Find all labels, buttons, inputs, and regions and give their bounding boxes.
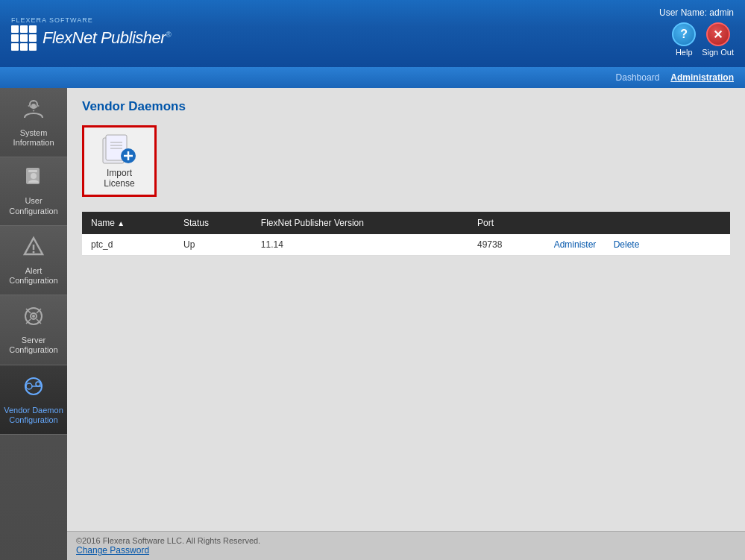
vendor-daemon-configuration-icon [22,374,45,403]
svg-point-15 [36,382,40,386]
content-area: Vendor Daemons [67,88,745,560]
sidebar-item-vendor-daemon-configuration[interactable]: Vendor DaemonConfiguration [0,365,67,435]
logo-main: FlexNet Publisher® [11,25,171,51]
table-header-row: Name ▲ Status FlexNet Publisher Version … [82,212,730,234]
sign-out-button[interactable]: ✕ Sign Out [702,22,734,57]
server-configuration-icon [22,304,45,333]
cell-status: Up [175,234,252,256]
sidebar-item-user-configuration[interactable]: UserConfiguration [0,157,67,225]
dashboard-nav-link[interactable]: Dashboard [616,72,660,83]
copyright-text: ©2016 Flexera Software LLC. All Rights R… [76,536,736,545]
header: FLEXERA SOFTWARE FlexNet Publisher® User… [0,0,745,67]
user-info: User Name: admin [659,7,734,18]
col-version-label: FlexNet Publisher Version [261,218,364,228]
import-license-icon [100,133,139,165]
change-password-link[interactable]: Change Password [76,545,149,556]
cell-actions: Administer Delete [545,234,730,256]
nav-bar: Dashboard Administration [0,67,745,88]
sidebar-item-user-configuration-label: UserConfiguration [9,196,57,215]
sidebar-item-server-configuration-label: ServerConfiguration [9,336,57,355]
svg-point-2 [31,104,36,108]
page-title: Vendor Daemons [82,99,730,114]
import-license-label: Import License [90,168,148,189]
col-port-label: Port [477,218,494,228]
user-configuration-icon [22,166,45,193]
administration-nav-link[interactable]: Administration [670,72,734,83]
svg-rect-4 [28,170,37,172]
logo-area: FLEXERA SOFTWARE FlexNet Publisher® [11,16,171,51]
system-information-icon [22,97,45,125]
svg-point-11 [32,315,35,318]
svg-point-8 [33,251,35,253]
main-layout: SystemInformation UserConfiguration [0,88,745,560]
svg-point-5 [31,173,37,179]
footer: ©2016 Flexera Software LLC. All Rights R… [67,531,745,560]
cell-version[interactable]: 11.14 [252,234,468,256]
header-right: User Name: admin ? Help ✕ Sign Out [659,7,734,57]
sidebar-item-system-information[interactable]: SystemInformation [0,88,67,157]
app-title: FlexNet Publisher® [43,28,171,48]
alert-configuration-icon [22,235,45,263]
sidebar-item-vendor-daemon-configuration-label: Vendor DaemonConfiguration [4,406,63,425]
svg-point-13 [26,383,32,389]
signout-icon: ✕ [706,22,730,46]
sidebar-item-server-configuration[interactable]: ServerConfiguration [0,295,67,365]
header-buttons: ? Help ✕ Sign Out [672,22,734,57]
col-actions [545,212,730,234]
signout-label: Sign Out [702,48,734,57]
col-version: FlexNet Publisher Version [252,212,468,234]
help-button[interactable]: ? Help [672,22,696,57]
cell-name: ptc_d [82,234,175,256]
col-port: Port [468,212,545,234]
logo-grid-icon [11,25,37,51]
delete-link[interactable]: Delete [614,239,640,250]
col-status-label: Status [183,218,209,228]
sidebar-item-alert-configuration[interactable]: AlertConfiguration [0,226,67,295]
help-label: Help [676,48,693,57]
col-name[interactable]: Name ▲ [82,212,175,234]
name-sort-asc-icon: ▲ [117,219,125,227]
table-row: ptc_d Up 11.14 49738 Administer Delete [82,234,730,256]
import-license-button[interactable]: Import License [82,125,157,197]
col-name-label: Name [91,218,115,228]
content-inner: Vendor Daemons [67,88,745,531]
administer-link[interactable]: Administer [554,239,597,250]
cell-port: 49738 [468,234,545,256]
sidebar-item-alert-configuration-label: AlertConfiguration [9,266,57,286]
sidebar: SystemInformation UserConfiguration [0,88,67,560]
col-status: Status [175,212,252,234]
vendor-name: FLEXERA SOFTWARE [11,16,171,24]
help-icon: ? [672,22,696,46]
vendor-daemons-table: Name ▲ Status FlexNet Publisher Version … [82,212,730,256]
sidebar-item-system-information-label: SystemInformation [13,128,54,148]
